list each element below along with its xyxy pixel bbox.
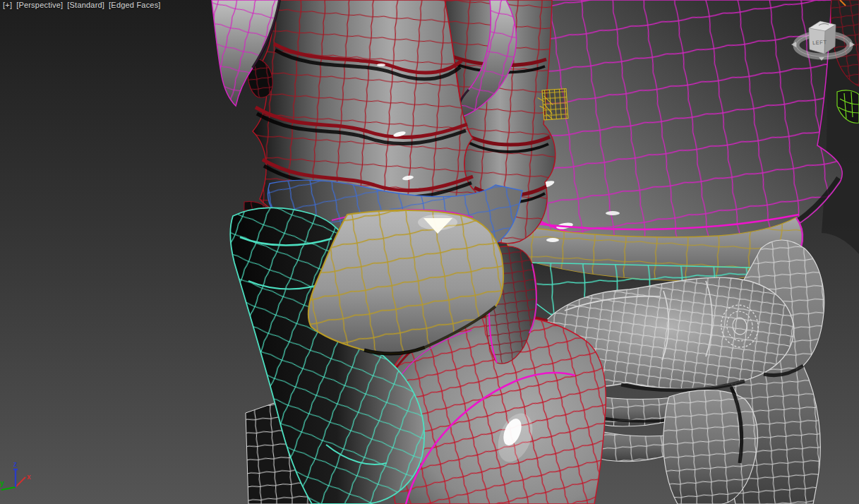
specular-highlight [377,64,385,66]
pouch-grid [663,390,758,504]
viewport-canvas[interactable]: LEFT z x y [0,0,859,504]
specular-highlight [606,211,620,215]
viewport-menu-general[interactable]: [+] [3,1,12,9]
helper-grid [542,89,568,120]
viewcube-face-label: LEFT [812,39,827,46]
viewport-label: [+][Perspective][Standard][Edged Faces] [3,1,165,9]
axis-x-label: x [27,473,31,481]
viewport-menu-pov[interactable]: [Perspective] [16,1,63,9]
axis-z-label: z [13,460,17,468]
axis-y-label: y [0,479,4,487]
specular-highlight [546,238,559,242]
3d-viewport[interactable]: [+][Perspective][Standard][Edged Faces] [0,0,859,504]
viewport-menu-shading[interactable]: [Edged Faces] [109,1,161,9]
viewport-menu-renderer[interactable]: [Standard] [67,1,104,9]
